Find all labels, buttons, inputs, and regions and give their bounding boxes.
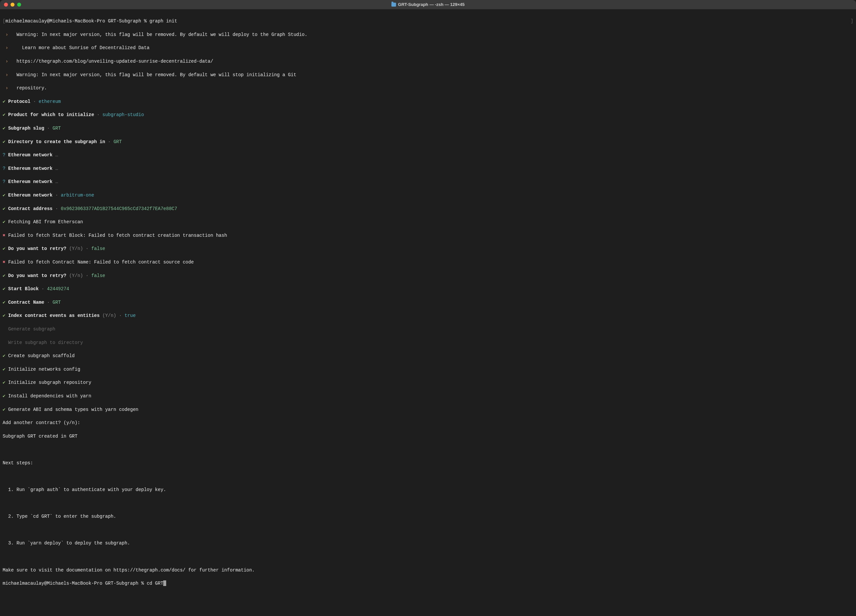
titlebar: GRT-Subgraph — -zsh — 129×45 xyxy=(0,0,856,9)
maximize-icon[interactable] xyxy=(17,3,21,6)
status-line: ✔ Install dependencies with yarn xyxy=(3,393,853,399)
check-icon: ✔ xyxy=(3,313,5,318)
warning-text: Warning: In next major version, this fla… xyxy=(17,72,296,77)
warning-line: › https://thegraph.com/blog/unveiling-up… xyxy=(3,58,853,65)
bracket-close: ] xyxy=(851,18,853,25)
prompt-value: 0x9623063377AD1B27544C965cCd7342f7EA7e88… xyxy=(61,206,177,211)
check-icon: ✔ xyxy=(3,246,5,251)
prompt-dir: GRT-Subgraph xyxy=(105,581,139,586)
status-text: Generate ABI and schema types with yarn … xyxy=(8,407,139,412)
minimize-icon[interactable] xyxy=(11,3,14,6)
status-line: ✔ Create subgraph scaffold xyxy=(3,353,853,359)
prompt-hint: (Y/n) xyxy=(103,313,116,318)
cross-icon: ✖ xyxy=(3,233,5,238)
arrow-icon: › xyxy=(5,45,8,51)
question-icon: ? xyxy=(3,152,5,158)
dot-separator: · xyxy=(119,313,122,318)
ellipsis: … xyxy=(55,179,58,184)
dim-text: Generate subgraph xyxy=(8,326,55,332)
prompt-row: ? Ethereum network … xyxy=(3,152,853,158)
prompt-row: ✔ Directory to create the subgraph in · … xyxy=(3,139,853,145)
dot-separator: · xyxy=(55,206,58,211)
dim-line: Generate subgraph xyxy=(3,326,853,333)
check-icon: ✔ xyxy=(3,380,5,385)
prompt-row: ✔ Contract address · 0x9623063377AD1B275… xyxy=(3,205,853,212)
prompt-label: Directory to create the subgraph in xyxy=(8,139,105,145)
warning-line: › Warning: In next major version, this f… xyxy=(3,31,853,38)
window-title: GRT-Subgraph — -zsh — 129×45 xyxy=(391,2,465,8)
prompt-row: ✔ Ethereum network · arbitrum-one xyxy=(3,192,853,199)
prompt-row: ✔ Contract Name · GRT xyxy=(3,299,853,306)
check-icon: ✔ xyxy=(3,112,5,117)
prompt-value: ethereum xyxy=(38,99,61,104)
prompt-label: Ethereum network xyxy=(8,166,52,171)
prompt-row: ✔ Start Block · 42449274 xyxy=(3,286,853,292)
status-text: Create subgraph scaffold xyxy=(8,353,75,359)
question-icon: ? xyxy=(3,166,5,171)
status-line: ✔ Generate ABI and schema types with yar… xyxy=(3,406,853,413)
status-line: ✔ Fetching ABI from Etherscan xyxy=(3,219,853,225)
dot-separator: · xyxy=(47,300,49,305)
cursor-icon xyxy=(163,581,166,586)
dot-separator: · xyxy=(97,112,100,117)
prompt-value: true xyxy=(125,313,136,318)
check-icon: ✔ xyxy=(3,300,5,305)
prompt-hint: (Y/n) xyxy=(69,246,83,251)
check-icon: ✔ xyxy=(3,353,5,359)
status-text: Install dependencies with yarn xyxy=(8,393,91,399)
output-line: 1. Run `graph auth` to authenticate with… xyxy=(3,487,853,493)
prompt-value: false xyxy=(91,273,105,278)
dot-separator: · xyxy=(86,273,88,278)
prompt-value: GRT xyxy=(52,300,61,305)
dim-text: Write subgraph to directory xyxy=(8,340,83,345)
prompt-label: Protocol xyxy=(8,99,30,104)
prompt-userhost: michaelmacaulay@Michaels-MacBook-Pro xyxy=(3,581,102,586)
prompt-value: subgraph-studio xyxy=(103,112,144,117)
status-line: ✔ Initialize networks config xyxy=(3,366,853,373)
status-text: Initialize subgraph repository xyxy=(8,380,91,385)
prompt-row: ? Ethereum network … xyxy=(3,179,853,185)
dot-separator: · xyxy=(55,192,58,198)
warning-line: › repository. xyxy=(3,85,853,91)
output-line: 2. Type `cd GRT` to enter the subgraph. xyxy=(3,513,853,520)
check-icon: ✔ xyxy=(3,367,5,372)
prompt-label: Do you want to retry? xyxy=(8,273,66,278)
arrow-icon: › xyxy=(5,72,8,77)
prompt-userhost: michaelmacaulay@Michaels-MacBook-Pro xyxy=(5,18,105,24)
prompt-value: false xyxy=(91,246,105,251)
arrow-icon: › xyxy=(5,59,8,64)
dim-line: Write subgraph to directory xyxy=(3,339,853,346)
warning-text: https://thegraph.com/blog/unveiling-upda… xyxy=(17,59,213,64)
prompt-label: Product for which to initialize xyxy=(8,112,94,117)
close-icon[interactable] xyxy=(4,3,8,6)
prompt-row: ✔ Index contract events as entities (Y/n… xyxy=(3,312,853,319)
status-text: Initialize networks config xyxy=(8,367,80,372)
prompt-row: ✔ Subgraph slug · GRT xyxy=(3,125,853,132)
prompt-line: michaelmacaulay@Michaels-MacBook-Pro GRT… xyxy=(3,580,853,587)
prompt-label: Contract Name xyxy=(8,300,44,305)
prompt-row: ✔ Do you want to retry? (Y/n) · false xyxy=(3,245,853,252)
title-text: GRT-Subgraph — -zsh — 129×45 xyxy=(398,2,465,8)
dot-separator: · xyxy=(47,126,49,131)
check-icon: ✔ xyxy=(3,206,5,211)
window-controls xyxy=(4,3,21,6)
prompt-symbol: % xyxy=(144,18,147,24)
check-icon: ✔ xyxy=(3,286,5,291)
prompt-value: GRT xyxy=(114,139,122,145)
output-line: Next steps: xyxy=(3,460,853,466)
prompt-row: ✔ Product for which to initialize · subg… xyxy=(3,111,853,118)
check-icon: ✔ xyxy=(3,407,5,412)
check-icon: ✔ xyxy=(3,393,5,399)
output-line: Subgraph GRT created in GRT xyxy=(3,433,853,440)
arrow-icon: › xyxy=(5,85,8,91)
command-input: cd GRT xyxy=(147,581,163,586)
prompt-value: GRT xyxy=(52,126,61,131)
arrow-icon: › xyxy=(5,32,8,37)
terminal-content[interactable]: [michaelmacaulay@Michaels-MacBook-Pro GR… xyxy=(0,9,856,602)
dot-separator: · xyxy=(86,246,88,251)
prompt-label: Do you want to retry? xyxy=(8,246,66,251)
ellipsis: … xyxy=(55,152,58,158)
check-icon: ✔ xyxy=(3,126,5,131)
dot-separator: · xyxy=(33,99,35,104)
output-line: Add another contract? (y/n): xyxy=(3,419,853,426)
